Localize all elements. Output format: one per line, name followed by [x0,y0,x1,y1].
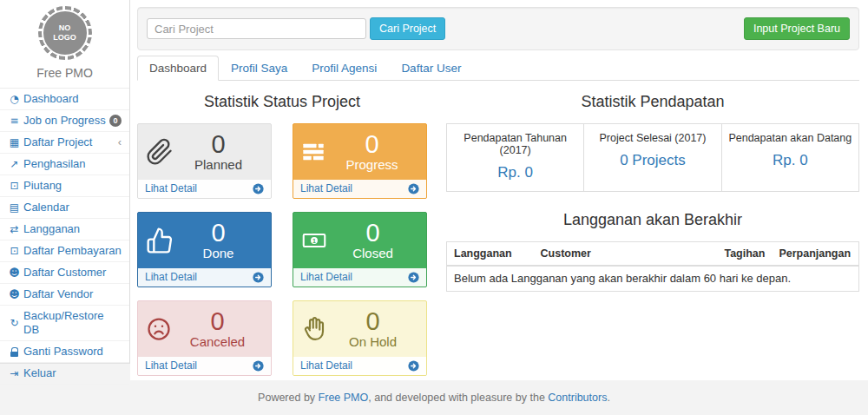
search-input[interactable] [147,18,366,39]
refresh-icon: ↻ [8,316,21,330]
thumbs-up-icon [146,227,174,254]
income-stat-value[interactable]: Rp. 0 [497,164,533,181]
status-card-canceled: 0 Canceled Lihat Detail [137,300,272,376]
sidebar-item-label: Daftar Pembayaran [23,244,122,258]
lihat-detail-link[interactable]: Lihat Detail [138,180,271,198]
sidebar-item-daftar-pembayaran[interactable]: ⊡ Daftar Pembayaran [0,240,129,262]
lihat-detail-link[interactable]: Lihat Detail [293,268,426,287]
arrow-circle-right-icon [408,360,419,372]
money-icon: ⊡ [8,244,21,258]
status-count: 0 [174,220,263,246]
sidebar-item-calendar[interactable]: ▤ Calendar [0,197,129,219]
status-card-done: 0 Done Lihat Detail [137,212,272,287]
lock-icon [8,346,21,358]
tab-bar: Dashboard Profil Saya Profil Agensi Daft… [137,56,859,81]
income-stats-table: Pendapatan Tahunan (2017) Rp. 0 Project … [446,123,859,192]
income-stat-label: Project Selesai (2017) [588,132,717,144]
page-footer: Powered by Free PMO, and developed with … [0,380,868,415]
users-icon: ☻ [8,266,21,280]
brand: NO LOGO Free PMO [0,0,129,88]
income-stat-value[interactable]: 0 Projects [620,152,686,169]
sidebar-item-daftar-project[interactable]: ▦ Daftar Project ‹ [0,132,129,154]
logo-text: NO LOGO [53,23,77,43]
free-pmo-link[interactable]: Free PMO [319,392,369,404]
dashboard-icon: ◔ [8,92,21,106]
sidebar-item-backup-restore-db[interactable]: ↻ Backup/Restore DB [0,306,129,341]
line-chart-icon: ↗ [8,157,21,171]
empty-subscriptions-message: Belum ada Langganan yang akan berakhir d… [447,267,858,291]
sidebar-item-job-on-progress[interactable]: ≡ Job on Progress 0 [0,110,129,132]
column-header: Tagihan [714,242,772,265]
column-header: Customer [534,242,715,265]
paperclip-icon [146,137,174,167]
income-stat-value[interactable]: Rp. 0 [773,152,808,169]
sidebar-item-langganan[interactable]: ⇄ Langganan [0,219,129,240]
sidebar-item-penghasilan[interactable]: ↗ Penghasilan [0,154,129,175]
status-label: Canceled [172,334,263,350]
income-stat: Pendapatan akan Datang Rp. 0 [722,124,858,191]
tasks-icon: ≡ [8,114,21,128]
job-count-badge: 0 [109,115,122,127]
status-label: Planned [174,157,263,173]
status-section-title: Statistik Status Project [137,93,427,111]
status-count: 0 [326,131,418,157]
svg-text:1: 1 [312,238,316,244]
sidebar-item-label: Daftar Vendor [23,287,93,301]
status-card-on-hold: 0 On Hold Lihat Detail [293,300,427,376]
lihat-detail-link[interactable]: Lihat Detail [293,180,426,198]
new-project-button[interactable]: Input Project Baru [744,17,850,40]
tab-profil-saya[interactable]: Profil Saya [219,56,299,81]
income-section-title: Statistik Pendapatan [446,93,859,111]
contributors-link[interactable]: Contributors [548,392,607,404]
retweet-icon: ⇄ [8,222,21,236]
subscription-table: Langganan Customer Tagihan Perpanjangan … [446,241,859,292]
sidebar-item-daftar-customer[interactable]: ☻ Daftar Customer [0,262,129,284]
status-label: On Hold [327,334,418,350]
status-label: Done [174,246,263,261]
lihat-detail-link[interactable]: Lihat Detail [138,357,271,375]
sidebar-item-piutang[interactable]: ⊡ Piutang [0,175,129,197]
status-count: 0 [174,131,263,157]
sidebar-menu: ◔ Dashboard ≡ Job on Progress 0 ▦ Daftar… [0,88,129,385]
sidebar-item-label: Backup/Restore DB [23,309,122,337]
sidebar: NO LOGO Free PMO ◔ Dashboard ≡ Job on Pr… [0,0,130,364]
sidebar-item-label: Penghasilan [23,157,86,171]
search-button[interactable]: Cari Project [370,17,445,40]
sidebar-item-ganti-password[interactable]: Ganti Password [0,341,129,363]
no-logo-badge: NO LOGO [38,6,92,60]
income-stat-label: Pendapatan Tahunan (2017) [450,132,580,156]
chevron-left-icon: ‹ [118,135,122,149]
status-count: 0 [327,220,418,246]
sidebar-item-label: Ganti Password [23,345,103,359]
tasks-icon [301,140,326,164]
sidebar-item-label: Daftar Customer [23,266,106,280]
status-card-progress: 0 Progress Lihat Detail [293,123,427,199]
lihat-detail-link[interactable]: Lihat Detail [138,268,271,287]
main-content: Cari Project Input Project Baru Dashboar… [130,0,868,380]
users-icon: ☻ [8,287,21,301]
arrow-circle-right-icon [253,183,264,194]
sidebar-item-label: Calendar [23,201,69,214]
sign-out-icon: ⇥ [8,366,21,380]
sidebar-item-label: Dashboard [23,92,79,106]
sidebar-item-dashboard[interactable]: ◔ Dashboard [0,89,129,110]
income-stat-label: Pendapatan akan Datang [726,132,855,144]
lihat-detail-link[interactable]: Lihat Detail [293,357,426,375]
status-count: 0 [327,308,418,334]
frown-icon [146,316,172,342]
sidebar-item-label: Job on Progress [23,114,106,128]
arrow-circle-right-icon [253,360,264,372]
tab-profil-agensi[interactable]: Profil Agensi [299,56,389,81]
status-label: Progress [326,157,418,173]
subscription-table-header: Langganan Customer Tagihan Perpanjangan [447,242,858,267]
sidebar-item-label: Daftar Project [23,135,92,149]
tab-daftar-user[interactable]: Daftar User [389,56,473,81]
money-bill-icon: 1 [301,228,327,253]
tab-dashboard[interactable]: Dashboard [137,56,219,81]
column-header: Langganan [447,242,534,265]
arrow-circle-right-icon [253,272,264,283]
sidebar-item-daftar-vendor[interactable]: ☻ Daftar Vendor [0,284,129,306]
status-count: 0 [172,308,263,334]
sidebar-item-label: Keluar [23,366,56,380]
status-label: Closed [327,246,418,261]
